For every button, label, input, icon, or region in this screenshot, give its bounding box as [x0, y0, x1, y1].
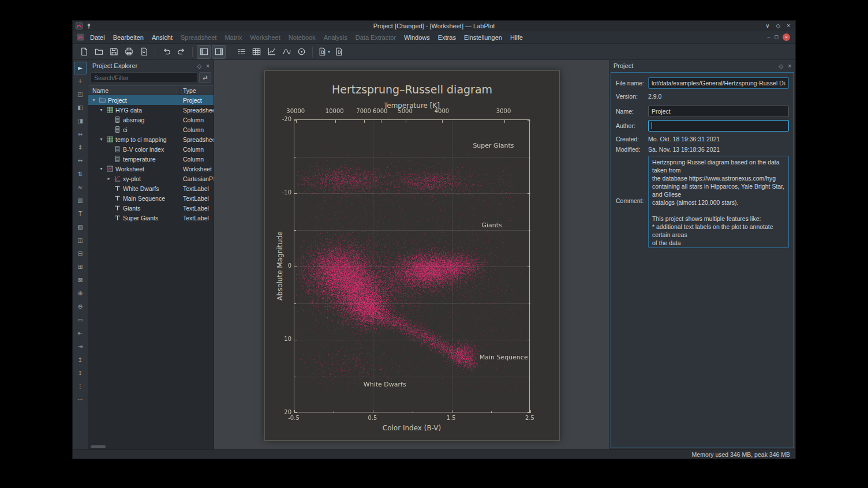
new-worksheet-button[interactable]: ▾: [317, 45, 331, 59]
new-project-button[interactable]: [77, 45, 91, 59]
save-project-button[interactable]: [107, 45, 121, 59]
axis-tick: [442, 120, 443, 123]
auto-scale-tool-button[interactable]: ↕: [74, 141, 87, 154]
dock-float-icon[interactable]: ◇: [197, 63, 201, 69]
zoom-y-select-tool-button[interactable]: ◨: [74, 115, 87, 127]
undo-button[interactable]: [159, 45, 173, 59]
properties-form: File name: Version: 2.9.0 Name: Author:: [611, 72, 794, 448]
tree-row-xy-plot[interactable]: ▸xy-plotCartesianPlot: [88, 174, 214, 183]
dock-float-icon[interactable]: ◇: [779, 63, 783, 69]
new-workbook-button[interactable]: [249, 45, 263, 59]
shift-down-y-tool-button[interactable]: ↧: [74, 367, 87, 380]
name-input[interactable]: [648, 106, 789, 117]
select-tool-button[interactable]: ►: [74, 62, 87, 74]
pin-icon[interactable]: [85, 22, 92, 29]
search-input[interactable]: [91, 72, 197, 83]
tree-row-giants[interactable]: GiantsTextLabel: [88, 203, 214, 213]
menu-bearbeiten[interactable]: Bearbeiten: [109, 32, 148, 43]
window-shade-icon[interactable]: ∨: [765, 23, 769, 29]
add-histogram-tool-button[interactable]: ▥: [74, 194, 87, 207]
expander-icon[interactable]: ▸: [106, 176, 112, 181]
shift-up-y-tool-button[interactable]: ↥: [74, 354, 87, 366]
tree-row-b-v-color-index[interactable]: B-V color indexColumn: [88, 144, 214, 154]
zoom-select-tool-button[interactable]: ◰: [74, 88, 87, 101]
menu-hilfe[interactable]: Hilfe: [506, 32, 527, 43]
zoom-out-tool-button[interactable]: ⊖: [74, 301, 87, 313]
menu-extras[interactable]: Extras: [434, 32, 460, 43]
pan-tool-button[interactable]: ⇔: [74, 128, 87, 141]
open-project-button[interactable]: [92, 45, 106, 59]
horizontal-scrollbar[interactable]: [91, 445, 106, 448]
auto-scale-y-tool-button[interactable]: ⇅: [74, 168, 87, 181]
redo-button[interactable]: [174, 45, 188, 59]
vertical-layout-tool-button[interactable]: ⊟: [74, 247, 87, 260]
author-input[interactable]: [648, 120, 789, 132]
break-layout-tool-button[interactable]: ⊠: [74, 274, 87, 287]
menu-ansicht[interactable]: Ansicht: [148, 32, 177, 43]
tree-row-white-dwarfs[interactable]: White DwarfsTextLabel: [88, 183, 214, 193]
tree-row-super-giants[interactable]: Super GiantsTextLabel: [88, 213, 214, 223]
plot-label-white-dwarfs[interactable]: White Dwarfs: [364, 381, 406, 388]
mdi-restore-icon[interactable]: ◻: [775, 35, 779, 40]
window-close-icon[interactable]: ×: [787, 23, 790, 29]
mdi-minimize-icon[interactable]: –: [768, 35, 770, 40]
new-matrix-button[interactable]: [279, 45, 293, 59]
tree-row-main-sequence[interactable]: Main SequenceTextLabel: [88, 193, 214, 203]
x2-tick-label: 4000: [435, 108, 449, 115]
toggle-properties-explorer-button[interactable]: [212, 45, 226, 59]
new-spreadsheet-button[interactable]: [264, 45, 278, 59]
column-header-type[interactable]: Type: [180, 86, 214, 95]
plot-label-giants[interactable]: Giants: [482, 221, 502, 228]
mdi-close-icon[interactable]: ×: [783, 33, 790, 41]
crosshair-tool-button[interactable]: +: [74, 75, 87, 88]
shift-left-x-tool-button[interactable]: ⇤: [74, 327, 87, 340]
tree-row-temp-to-ci-mapping[interactable]: ▾temp to ci mappingSpreadsheet: [88, 134, 214, 144]
expander-icon[interactable]: ▾: [98, 166, 104, 171]
zoom-fit-tool-button[interactable]: ▭: [74, 314, 87, 326]
filter-options-button[interactable]: ⇄: [199, 72, 211, 83]
file-name-input[interactable]: [648, 77, 789, 89]
tree-row-temperature[interactable]: temperatureColumn: [88, 154, 214, 164]
toggle-project-explorer-button[interactable]: [197, 45, 211, 59]
tree-row-hyg-data[interactable]: ▾HYG dataSpreadsheet: [88, 105, 214, 115]
toolbar-separator: [312, 47, 313, 57]
menu-windows[interactable]: Windows: [400, 32, 434, 43]
auto-scale-x-tool-button[interactable]: ↔: [74, 155, 87, 167]
grid-layout-tool-button[interactable]: ⊞: [74, 261, 87, 273]
add-text-label-tool-button[interactable]: T: [74, 208, 87, 220]
tree-row-ci[interactable]: ciColumn: [88, 125, 214, 134]
new-folder-button[interactable]: [234, 45, 248, 59]
column-header-name[interactable]: Name: [88, 86, 180, 95]
expander-icon[interactable]: ▾: [98, 107, 104, 112]
window-maximize-icon[interactable]: ◇: [776, 23, 780, 29]
new-live-data-source-button[interactable]: [294, 45, 308, 59]
dock-close-icon[interactable]: ×: [788, 63, 791, 69]
tree-row-absmag[interactable]: absmagColumn: [88, 115, 214, 125]
duplicate-worksheet-button[interactable]: [332, 45, 346, 59]
export-button[interactable]: [137, 45, 151, 59]
expander-icon[interactable]: ▾: [98, 137, 104, 142]
menubar: DateiBearbeitenAnsichtSpreadsheetMatrixW…: [73, 31, 795, 44]
shift-right-x-tool-button[interactable]: ⇥: [74, 340, 87, 353]
plot-area[interactable]: Super GiantsGiantsMain SequenceWhite Dwa…: [294, 119, 530, 412]
tree-row-worksheet[interactable]: ▾WorksheetWorksheet: [88, 164, 214, 174]
expander-icon[interactable]: ▾: [91, 97, 97, 103]
plot-title: Hertzsprung–Russell diagram: [265, 83, 559, 96]
add-curve-tool-button[interactable]: ≈: [74, 181, 87, 194]
more-tools-2-button[interactable]: ⋯: [74, 393, 87, 406]
dock-close-icon[interactable]: ×: [206, 63, 209, 69]
plot-label-super-giants[interactable]: Super Giants: [473, 142, 514, 149]
add-image-tool-button[interactable]: ▧: [74, 221, 87, 234]
comment-textarea[interactable]: Hertzsprung-Russel diagram based on the …: [648, 156, 789, 248]
print-button[interactable]: [122, 45, 136, 59]
zoom-x-select-tool-button[interactable]: ◧: [74, 102, 87, 114]
tree-row-project[interactable]: ▾ProjectProject: [88, 95, 214, 105]
more-tools-1-button[interactable]: ⋮: [74, 380, 87, 393]
plot-label-main-sequence[interactable]: Main Sequence: [480, 354, 528, 361]
horizontal-layout-tool-button[interactable]: ◫: [74, 234, 87, 247]
zoom-in-tool-button[interactable]: ⊕: [74, 287, 87, 300]
worksheet-view[interactable]: Hertzsprung–Russell diagram Temperature …: [214, 60, 609, 449]
titlebar[interactable]: Project [Changed] - [Worksheet] — LabPlo…: [73, 21, 795, 31]
menu-einstellungen[interactable]: Einstellungen: [460, 32, 506, 43]
menu-datei[interactable]: Datei: [86, 32, 109, 43]
